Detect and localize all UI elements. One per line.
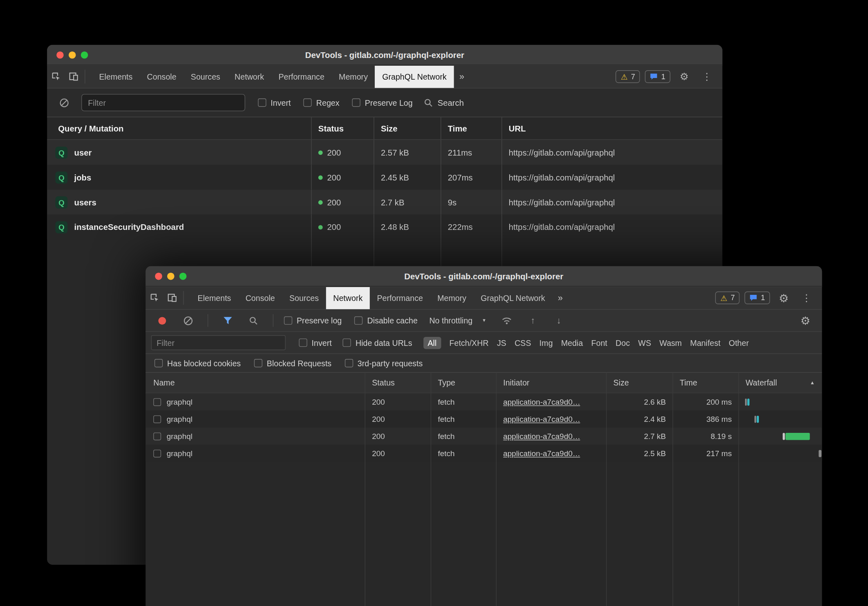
titlebar[interactable]: DevTools - gitlab.com/-/graphql-explorer <box>47 45 722 65</box>
kebab-menu-icon[interactable]: ⋮ <box>698 71 716 83</box>
throttling-select[interactable]: No throttling ▼ <box>429 316 486 325</box>
column-header-initiator[interactable]: Initiator <box>497 373 607 393</box>
preserve-log-checkbox[interactable] <box>284 316 292 325</box>
zoom-window-button[interactable] <box>179 272 187 280</box>
table-row[interactable]: graphql 200 fetch application-a7ca9d0… 2… <box>145 393 822 410</box>
device-toolbar-icon[interactable] <box>65 65 82 88</box>
third-party-requests-checkbox[interactable] <box>345 359 353 367</box>
tab-elements[interactable]: Elements <box>190 287 238 310</box>
filter-funnel-icon[interactable] <box>219 316 236 325</box>
invert-checkbox[interactable] <box>299 339 307 347</box>
column-header-status[interactable]: Status <box>365 373 431 393</box>
tab-graphql-network[interactable]: GraphQL Network <box>474 287 553 310</box>
filter-type-doc[interactable]: Doc <box>615 338 630 347</box>
tab-memory[interactable]: Memory <box>430 287 474 310</box>
search-control[interactable]: Search <box>424 98 464 107</box>
column-header-url[interactable]: URL <box>502 117 723 139</box>
tab-network[interactable]: Network <box>228 65 271 88</box>
close-window-button[interactable] <box>56 51 64 58</box>
export-har-icon[interactable]: ↓ <box>550 316 568 325</box>
tab-performance[interactable]: Performance <box>271 65 332 88</box>
filter-type-other[interactable]: Other <box>729 338 749 347</box>
network-settings-gear-icon[interactable]: ⚙ <box>796 314 814 328</box>
filter-type-js[interactable]: JS <box>497 338 506 347</box>
column-header-time[interactable]: Time <box>441 117 502 139</box>
record-network-log-icon[interactable] <box>153 316 171 324</box>
column-header-size[interactable]: Size <box>374 117 441 139</box>
hide-data-urls-checkbox[interactable] <box>343 339 351 347</box>
settings-gear-icon[interactable]: ⚙ <box>775 291 792 305</box>
table-row[interactable]: Qusers 200 2.7 kB 9s https://gitlab.com/… <box>47 190 722 215</box>
minimize-window-button[interactable] <box>167 272 174 280</box>
invert-checkbox[interactable] <box>258 98 266 107</box>
initiator-link[interactable]: application-a7ca9d0… <box>503 414 580 423</box>
regex-checkbox[interactable] <box>304 98 312 107</box>
warnings-badge[interactable]: ⚠ 7 <box>616 70 640 83</box>
tab-memory[interactable]: Memory <box>331 65 375 88</box>
network-conditions-icon[interactable] <box>498 316 515 325</box>
row-checkbox[interactable] <box>153 415 161 423</box>
tab-console[interactable]: Console <box>238 287 282 310</box>
column-header-type[interactable]: Type <box>431 373 497 393</box>
table-row[interactable]: graphql 200 fetch application-a7ca9d0… 2… <box>145 428 822 445</box>
filter-type-ws[interactable]: WS <box>638 338 651 347</box>
blocked-requests-checkbox[interactable] <box>254 359 262 367</box>
row-checkbox[interactable] <box>153 450 161 457</box>
tab-elements[interactable]: Elements <box>92 65 140 88</box>
filter-type-fetch-xhr[interactable]: Fetch/XHR <box>450 338 489 347</box>
filter-type-all[interactable]: All <box>423 336 441 349</box>
settings-gear-icon[interactable]: ⚙ <box>675 71 693 83</box>
more-tabs-icon[interactable]: » <box>552 287 568 310</box>
tab-console[interactable]: Console <box>140 65 183 88</box>
tab-network[interactable]: Network <box>326 287 370 310</box>
column-header-waterfall[interactable]: Waterfall ▲ <box>739 373 822 393</box>
close-window-button[interactable] <box>155 272 162 280</box>
filter-type-img[interactable]: Img <box>539 338 553 347</box>
column-header-query-mutation[interactable]: Query / Mutation <box>47 117 311 139</box>
issues-badge[interactable]: 1 <box>745 292 770 304</box>
titlebar[interactable]: DevTools - gitlab.com/-/graphql-explorer <box>145 266 822 287</box>
tab-performance[interactable]: Performance <box>370 287 430 310</box>
column-header-time[interactable]: Time <box>673 373 739 393</box>
disable-cache-checkbox[interactable] <box>354 316 362 325</box>
column-header-size[interactable]: Size <box>607 373 673 393</box>
kebab-menu-icon[interactable]: ⋮ <box>798 292 815 304</box>
tab-sources[interactable]: Sources <box>282 287 326 310</box>
filter-input[interactable] <box>81 94 245 111</box>
tab-sources[interactable]: Sources <box>183 65 227 88</box>
initiator-link[interactable]: application-a7ca9d0… <box>503 432 580 441</box>
throttling-value: No throttling <box>429 316 472 325</box>
initiator-link[interactable]: application-a7ca9d0… <box>503 397 580 406</box>
initiator-link[interactable]: application-a7ca9d0… <box>503 449 580 458</box>
search-icon[interactable] <box>245 316 262 325</box>
table-row[interactable]: QinstanceSecurityDashboard 200 2.48 kB 2… <box>47 215 722 240</box>
filter-input[interactable] <box>151 335 286 350</box>
filter-type-media[interactable]: Media <box>561 338 583 347</box>
warnings-badge[interactable]: ⚠ 7 <box>716 292 740 304</box>
clear-network-log-icon[interactable] <box>179 316 197 325</box>
inspect-element-icon[interactable] <box>145 287 163 310</box>
zoom-window-button[interactable] <box>81 51 88 58</box>
clear-block-icon[interactable] <box>55 98 73 107</box>
device-toolbar-icon[interactable] <box>163 287 181 310</box>
tab-graphql-network[interactable]: GraphQL Network <box>375 65 454 88</box>
table-row[interactable]: graphql 200 fetch application-a7ca9d0… 2… <box>145 445 822 462</box>
import-har-icon[interactable]: ↑ <box>524 316 541 325</box>
row-checkbox[interactable] <box>153 432 161 440</box>
filter-type-manifest[interactable]: Manifest <box>690 338 720 347</box>
inspect-element-icon[interactable] <box>47 65 65 88</box>
filter-type-font[interactable]: Font <box>591 338 607 347</box>
table-row[interactable]: Quser 200 2.57 kB 211ms https://gitlab.c… <box>47 140 722 165</box>
table-row[interactable]: graphql 200 fetch application-a7ca9d0… 2… <box>145 410 822 428</box>
filter-type-wasm[interactable]: Wasm <box>660 338 682 347</box>
row-checkbox[interactable] <box>153 398 161 406</box>
issues-badge[interactable]: 1 <box>645 70 671 83</box>
minimize-window-button[interactable] <box>69 51 76 58</box>
preserve-log-checkbox[interactable] <box>352 98 360 107</box>
column-header-name[interactable]: Name <box>145 373 365 393</box>
table-row[interactable]: Qjobs 200 2.45 kB 207ms https://gitlab.c… <box>47 165 722 190</box>
column-header-status[interactable]: Status <box>312 117 374 139</box>
has-blocked-cookies-checkbox[interactable] <box>154 359 163 367</box>
filter-type-css[interactable]: CSS <box>515 338 531 347</box>
more-tabs-icon[interactable]: » <box>454 65 470 88</box>
